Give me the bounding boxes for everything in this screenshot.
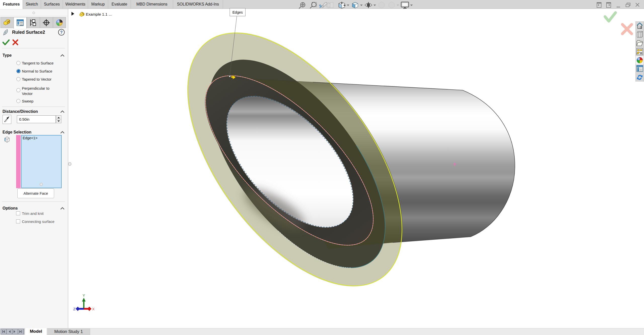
svg-text:Y: Y [83, 293, 85, 297]
svg-text:Example 1.1 ...: Example 1.1 ... [86, 12, 112, 16]
svg-text:X: X [92, 307, 95, 311]
svg-text:Z: Z [73, 307, 75, 311]
svg-text:?: ? [60, 30, 63, 35]
